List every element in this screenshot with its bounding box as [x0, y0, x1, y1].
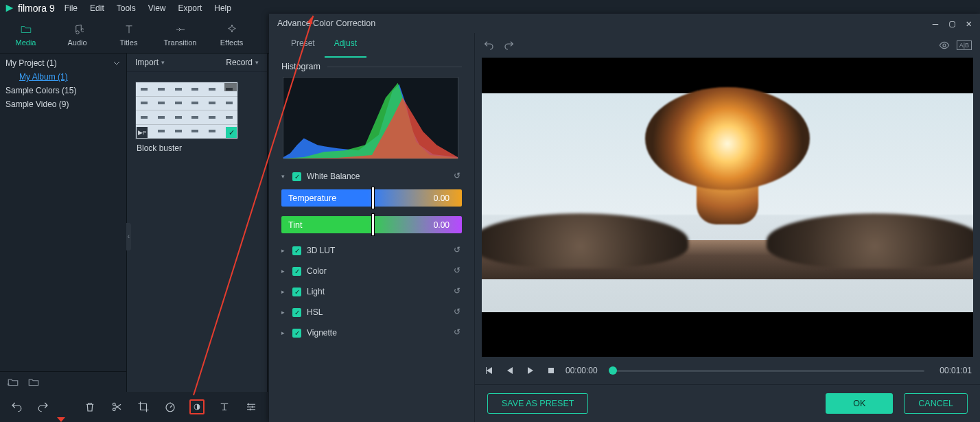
- import-dropdown[interactable]: Import: [135, 58, 165, 67]
- project-sidebar: My Project (1) My Album (1) Sample Color…: [0, 54, 127, 392]
- crop-button[interactable]: [137, 399, 151, 414]
- tool-media[interactable]: Media: [0, 16, 51, 53]
- chevron-right-icon[interactable]: ▸: [279, 268, 287, 274]
- media-thumb[interactable]: ▶P ✓ Block buster: [135, 82, 238, 157]
- reset-icon[interactable]: ↺: [454, 327, 465, 338]
- svg-rect-7: [548, 368, 554, 373]
- reset-icon[interactable]: ↺: [454, 286, 465, 297]
- cut-button[interactable]: [110, 399, 124, 414]
- chevron-down-icon: [113, 59, 121, 67]
- tint-value: 0.00: [434, 220, 450, 230]
- color-correction-button[interactable]: [189, 399, 205, 414]
- prev-frame-button[interactable]: [483, 364, 495, 377]
- reset-icon[interactable]: ↺: [454, 307, 465, 318]
- sidebar-item[interactable]: Sample Colors (15): [0, 84, 126, 97]
- slider-handle[interactable]: [372, 214, 374, 235]
- checkbox[interactable]: ✓: [292, 288, 301, 296]
- play-button[interactable]: [524, 364, 537, 377]
- speed-button[interactable]: [163, 399, 178, 414]
- current-time: 00:00:00: [565, 366, 598, 375]
- new-folder-icon[interactable]: [7, 376, 19, 388]
- record-dropdown[interactable]: Record: [226, 58, 259, 67]
- close-button[interactable]: ✕: [966, 18, 972, 29]
- timeline-playhead[interactable]: [57, 417, 65, 422]
- reset-icon[interactable]: ↺: [454, 171, 465, 182]
- step-back-button[interactable]: [504, 364, 516, 377]
- scrub-bar[interactable]: [613, 370, 925, 372]
- tool-audio[interactable]: Audio: [51, 16, 103, 53]
- tool-titles[interactable]: Titles: [103, 16, 154, 53]
- reset-icon[interactable]: ↺: [454, 245, 465, 256]
- checkbox[interactable]: ✓: [292, 308, 301, 317]
- sidebar-collapse[interactable]: [126, 223, 131, 250]
- thumb-label: Block buster: [135, 139, 238, 157]
- preview-viewport: [482, 58, 973, 357]
- group-vignette[interactable]: Vignette: [307, 328, 448, 338]
- menu-tools[interactable]: Tools: [117, 3, 136, 13]
- menu-export[interactable]: Export: [178, 3, 202, 13]
- group-3dlut[interactable]: 3D LUT: [307, 246, 448, 255]
- histogram: [283, 77, 458, 159]
- folder-bar: [0, 371, 127, 392]
- reset-icon[interactable]: ↺: [454, 266, 465, 277]
- redo-button[interactable]: [36, 399, 51, 414]
- app-logo: filmora 9: [4, 3, 55, 14]
- temperature-slider[interactable]: Temperature 0.00: [281, 189, 462, 207]
- undo-icon[interactable]: [483, 40, 494, 51]
- sidebar-album[interactable]: My Album (1): [0, 70, 126, 84]
- menu-view[interactable]: View: [148, 3, 166, 13]
- tool-effects[interactable]: Effects: [206, 16, 257, 53]
- ok-button[interactable]: OK: [826, 393, 893, 414]
- tint-slider[interactable]: Tint 0.00: [281, 216, 462, 233]
- timeline-toolbar: [0, 392, 268, 422]
- menu-file[interactable]: File: [65, 3, 78, 13]
- compare-ab-button[interactable]: A|B: [957, 40, 972, 50]
- menu-edit[interactable]: Edit: [90, 3, 104, 13]
- checkbox[interactable]: ✓: [292, 246, 301, 255]
- minimize-button[interactable]: —: [933, 18, 938, 29]
- redo-icon[interactable]: [504, 40, 515, 51]
- sidebar-project[interactable]: My Project (1): [0, 56, 126, 70]
- check-icon: ✓: [226, 127, 237, 138]
- delete-button[interactable]: [83, 399, 97, 414]
- svg-point-6: [943, 44, 946, 47]
- chevron-down-icon[interactable]: ▾: [279, 173, 287, 180]
- text-button[interactable]: [217, 399, 231, 414]
- chevron-right-icon[interactable]: ▸: [279, 309, 287, 316]
- tab-adjust[interactable]: Adjust: [325, 33, 366, 58]
- maximize-button[interactable]: ▢: [949, 18, 955, 29]
- group-hsl[interactable]: HSL: [307, 307, 448, 317]
- tint-label: Tint: [288, 220, 302, 230]
- slider-handle[interactable]: [372, 187, 374, 209]
- main-menu: File Edit Tools View Export Help: [65, 3, 231, 13]
- scrub-handle[interactable]: [609, 366, 617, 375]
- eye-icon[interactable]: [939, 40, 950, 51]
- total-time: 00:01:01: [940, 366, 972, 375]
- chevron-right-icon[interactable]: ▸: [279, 247, 287, 254]
- color-correction-dialog: Advance Color Correction — ▢ ✕ Preset Ad…: [269, 14, 980, 422]
- chevron-right-icon[interactable]: ▸: [279, 288, 287, 295]
- duration-badge: [224, 83, 237, 91]
- svg-point-3: [113, 403, 116, 406]
- save-preset-button[interactable]: SAVE AS PRESET: [487, 393, 588, 414]
- chevron-right-icon[interactable]: ▸: [279, 329, 287, 336]
- settings-button[interactable]: [244, 399, 258, 414]
- undo-button[interactable]: [10, 399, 24, 414]
- folder-icon[interactable]: [27, 376, 40, 388]
- checkbox[interactable]: ✓: [292, 267, 301, 276]
- stop-button[interactable]: [545, 364, 557, 377]
- svg-point-2: [113, 408, 116, 411]
- group-color[interactable]: Color: [307, 266, 448, 276]
- group-white-balance: White Balance: [307, 172, 448, 181]
- histogram-label: Histogram: [281, 62, 320, 71]
- checkbox[interactable]: ✓: [292, 329, 301, 338]
- menu-help[interactable]: Help: [214, 3, 231, 13]
- temperature-value: 0.00: [434, 194, 450, 203]
- dialog-title: Advance Color Correction: [277, 19, 375, 28]
- tool-transition[interactable]: Transition: [154, 16, 206, 53]
- group-light[interactable]: Light: [307, 287, 448, 296]
- play-icon: ▶P: [137, 127, 148, 138]
- cancel-button[interactable]: CANCEL: [904, 393, 968, 414]
- checkbox-wb[interactable]: ✓: [292, 172, 301, 181]
- sidebar-item[interactable]: Sample Video (9): [0, 97, 126, 111]
